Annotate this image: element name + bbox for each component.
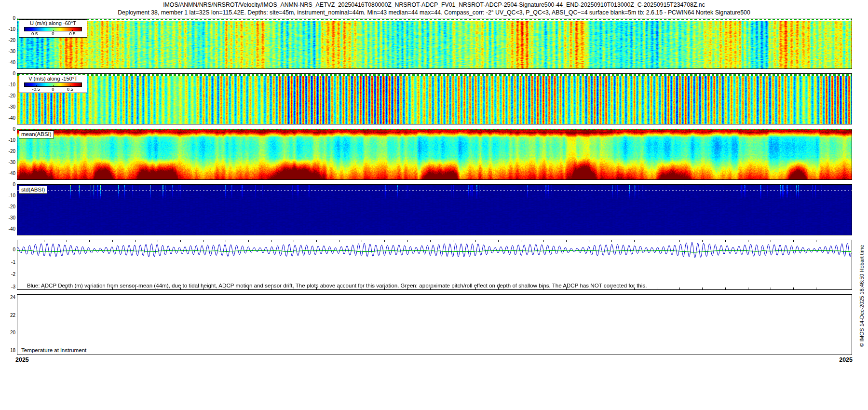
colorbar-tick-label: -0.5 bbox=[30, 31, 38, 36]
panel-depth-variation: 0-1-2-3 Blue: ADCP Depth (m) variation f… bbox=[17, 240, 852, 290]
y-tick-label: -10 bbox=[9, 138, 15, 143]
y-tick-label: -40 bbox=[9, 171, 15, 176]
std-absi-heatmap bbox=[17, 185, 852, 235]
x-axis: 2025 2025 bbox=[17, 356, 852, 363]
y-tick-label: -30 bbox=[9, 216, 15, 220]
y-tick-label: 24 bbox=[10, 295, 15, 300]
imos-watermark: © IMOS 14-Dec-2025 18:46:50 Hobart time bbox=[859, 233, 865, 359]
x-axis-year-left: 2025 bbox=[15, 356, 29, 363]
mean-absi-label: mean(ABSI) bbox=[19, 130, 54, 138]
depth-variation-y-axis-labels: 0-1-2-3 bbox=[0, 240, 16, 289]
y-tick-label: 0 bbox=[13, 182, 15, 187]
u-velocity-legend-title: U (m/s) along -60°T bbox=[19, 20, 87, 27]
temperature-plot bbox=[17, 295, 852, 355]
temperature-y-axis-labels: 24222018 bbox=[0, 295, 16, 355]
y-tick-label: -20 bbox=[9, 94, 15, 98]
colorbar-tick-label: -0.5 bbox=[32, 87, 40, 92]
colorbar-tick-label: 0 bbox=[52, 87, 54, 92]
figure-title-filename: IMOS/ANMN/NRS/NRSROT/Velocity/IMOS_ANMN-… bbox=[0, 1, 868, 8]
v-velocity-legend: V (m/s) along -150°T -0.500.5 bbox=[19, 75, 87, 93]
mean-absi-heatmap bbox=[17, 129, 852, 179]
colorbar-tick-label: 0 bbox=[52, 31, 54, 36]
u-velocity-heatmap bbox=[17, 18, 852, 68]
y-tick-label: 18 bbox=[10, 348, 15, 353]
std-absi-label: std(ABSI) bbox=[19, 186, 47, 194]
y-tick-label: 0 bbox=[13, 127, 15, 132]
v-velocity-colorbar: -0.500.5 bbox=[24, 82, 82, 87]
y-tick-label: -2 bbox=[11, 272, 15, 277]
x-axis-year-right: 2025 bbox=[839, 356, 853, 363]
y-tick-label: -40 bbox=[9, 227, 15, 232]
panel-u-velocity: 0-10-20-30-40 U (m/s) along -60°T -0.500… bbox=[17, 18, 852, 69]
adcp-summary-figure: IMOS/ANMN/NRS/NRSROT/Velocity/IMOS_ANMN-… bbox=[0, 0, 868, 410]
figure-title-deployment-info: Deployment 38, member 1 lat=32S lon=115.… bbox=[0, 9, 868, 16]
temperature-label: Temperature at instrument bbox=[21, 347, 86, 353]
u-velocity-legend: U (m/s) along -60°T -0.500.5 bbox=[19, 19, 87, 38]
y-tick-label: -10 bbox=[9, 27, 15, 32]
y-tick-label: -20 bbox=[9, 38, 15, 43]
y-tick-label: -30 bbox=[9, 49, 15, 54]
v-velocity-legend-title: V (m/s) along -150°T bbox=[19, 76, 87, 82]
y-tick-label: -1 bbox=[11, 260, 15, 265]
u-velocity-colorbar: -0.500.5 bbox=[24, 27, 82, 31]
y-tick-label: -40 bbox=[9, 60, 15, 65]
mean-absi-y-axis-labels: 0-10-20-30-40 bbox=[0, 129, 16, 179]
y-tick-label: 0 bbox=[13, 16, 15, 21]
y-tick-label: -30 bbox=[9, 160, 15, 165]
panel-temperature: 24222018 Temperature at instrument bbox=[17, 294, 852, 355]
panel-std-absi: 0-10-20-30-40 std(ABSI) bbox=[17, 184, 852, 235]
colorbar-tick-label: 0.5 bbox=[67, 87, 73, 92]
panel-mean-absi: 0-10-20-30-40 mean(ABSI) bbox=[17, 129, 852, 180]
y-tick-label: -10 bbox=[9, 193, 15, 198]
y-tick-label: 0 bbox=[13, 247, 15, 252]
y-tick-label: -40 bbox=[9, 116, 15, 121]
y-tick-label: -20 bbox=[9, 149, 15, 154]
std-absi-y-axis-labels: 0-10-20-30-40 bbox=[0, 185, 16, 235]
depth-variation-annotation: Blue: ADCP Depth (m) variation from sens… bbox=[27, 282, 647, 288]
y-tick-label: -20 bbox=[9, 205, 15, 209]
y-tick-label: 0 bbox=[13, 71, 15, 76]
y-tick-label: -30 bbox=[9, 105, 15, 109]
v-velocity-heatmap bbox=[17, 74, 852, 124]
v-velocity-y-axis-labels: 0-10-20-30-40 bbox=[0, 74, 16, 124]
panel-v-velocity: 0-10-20-30-40 V (m/s) along -150°T -0.50… bbox=[17, 73, 852, 124]
y-tick-label: 20 bbox=[10, 330, 15, 335]
y-tick-label: 22 bbox=[10, 313, 15, 318]
y-tick-label: -10 bbox=[9, 82, 15, 87]
colorbar-tick-label: 0.5 bbox=[69, 31, 75, 36]
u-velocity-y-axis-labels: 0-10-20-30-40 bbox=[0, 18, 16, 68]
y-tick-label: -3 bbox=[11, 285, 15, 289]
